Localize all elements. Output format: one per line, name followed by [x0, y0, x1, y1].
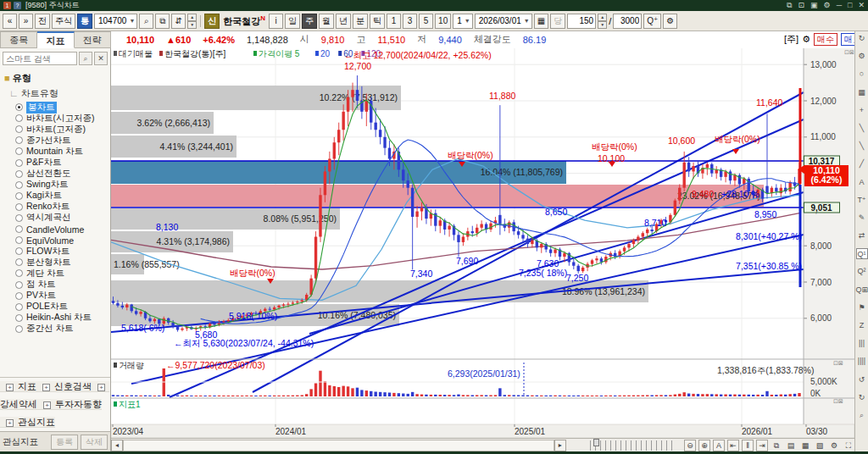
chart-type-14[interactable]: 분산형차트 [15, 257, 110, 268]
toolbar-button-주식[interactable]: 주식 [52, 14, 75, 29]
title-bar[interactable]: 1 ? [9580] 주식차트 ⧉⊡▣⚙─□✕ [0, 0, 868, 11]
toolbar-button-«[interactable]: « [3, 14, 17, 29]
help-icon[interactable]: ? [14, 2, 21, 9]
chart-type-3[interactable]: 종가선차트 [15, 135, 110, 146]
bottom-icon-7[interactable]: ▤ [785, 440, 797, 451]
tool-icon-19[interactable]: ↺ [856, 374, 868, 385]
accordion-지표[interactable]: +지표 [0, 381, 36, 392]
scroll-right-button[interactable]: ▸ [554, 440, 566, 451]
zoom-slider-knob[interactable] [593, 439, 599, 446]
toolbar-button-1[interactable]: 1 [387, 14, 401, 29]
tool-icon-12[interactable]: Q¹ [856, 248, 868, 259]
toolbar-button-⌕[interactable]: ⌕ [139, 14, 153, 29]
bottom-icon-10[interactable]: ⚙ [828, 440, 840, 451]
period-badge[interactable]: [주] [784, 33, 798, 46]
toolbar-button-년[interactable]: 년 [336, 14, 351, 29]
bottom-icon-3[interactable]: ⇤ [727, 440, 739, 451]
bottom-icon-8[interactable]: ▦ [799, 440, 811, 451]
window-control-4[interactable]: ─ [837, 1, 842, 10]
accordion-신호검색[interactable]: +신호검색 [36, 381, 92, 392]
bottom-icon-6[interactable]: ⧉ [771, 440, 782, 451]
accordion-투자자동향[interactable]: +투자자동향 [37, 399, 102, 410]
window-control-2[interactable]: ▣ [810, 1, 818, 10]
toolbar-button-⧉[interactable]: ⧉ [155, 14, 170, 29]
toolbar-button-i[interactable]: i [269, 14, 283, 29]
window-control-3[interactable]: ⚙ [824, 1, 831, 10]
bottom-icon-11[interactable]: ⛶ [843, 440, 854, 451]
tool-icon-10[interactable]: ✎ [856, 213, 868, 224]
horizontal-scrollbar[interactable] [123, 440, 554, 451]
toolbar-button-주[interactable]: 주 [302, 14, 317, 29]
window-control-1[interactable]: ⊡ [798, 1, 804, 10]
tab-지표[interactable]: 지표 [37, 31, 74, 48]
window-control-5[interactable]: □ [848, 1, 852, 10]
tool-icon-6[interactable]: ╲ [856, 141, 868, 152]
chart-type-13[interactable]: FLOW차트 [15, 246, 110, 257]
chart-type-17[interactable]: PV차트 [15, 291, 110, 302]
tool-icon-5[interactable]: ╲ [856, 123, 868, 134]
toolbar-button-Q⁺[interactable]: Q⁺ [643, 14, 661, 29]
toolbar-button-⇵[interactable]: ⇵ [171, 14, 186, 29]
accordion-관심지표[interactable]: +관심지표 [0, 417, 55, 428]
chart-type-6[interactable]: 삼선전환도 [15, 169, 110, 180]
toolbar-input[interactable] [613, 14, 642, 29]
stepper[interactable]: ▲▼ [187, 14, 197, 29]
bottom-icon-2[interactable]: A [713, 440, 725, 451]
toolbar-button-⚙[interactable]: ⚙ [663, 14, 677, 29]
tool-icon-18[interactable]: |||| [856, 356, 868, 367]
chart-type-19[interactable]: Heikin-Ashi 차트 [15, 313, 110, 324]
toolbar-button-당[interactable]: 당 [550, 14, 565, 29]
window-control-6[interactable]: ✕ [858, 1, 865, 10]
tool-icon-3[interactable]: ▦ [856, 87, 868, 98]
toolbar-button-10[interactable]: 10 [435, 14, 451, 29]
toolbar-button-3[interactable]: 3 [403, 14, 417, 29]
toolbar-button-»[interactable]: » [19, 14, 33, 29]
tool-icon-9[interactable]: T⁺ [856, 195, 868, 206]
tool-icon-20[interactable]: ↻ [856, 392, 868, 403]
chart-panel[interactable]: 10.22% (7,531,912)3.62% (2,666,413)4.41%… [111, 48, 854, 438]
tool-icon-2[interactable]: ○ [856, 69, 868, 80]
tab-종목[interactable]: 종목 [0, 31, 37, 48]
tool-icon-16[interactable]: Z [856, 320, 868, 331]
chart-type-8[interactable]: Kagi차트 [15, 191, 110, 202]
stepper[interactable]: ▲▼ [598, 14, 607, 29]
chart-type-11[interactable]: CandleVolume [15, 224, 110, 235]
toolbar-button-일[interactable]: 일 [285, 14, 300, 29]
toolbar-button-5[interactable]: 5 [419, 14, 433, 29]
zoom-slider[interactable] [590, 440, 676, 451]
toolbar-combo-104700[interactable]: 104700▼ [94, 14, 137, 29]
chart-type-5[interactable]: P&F차트 [15, 157, 110, 168]
chart-type-18[interactable]: POLE차트 [15, 302, 110, 313]
search-icon[interactable]: ⌕ [79, 52, 92, 65]
toolbar-button-틱[interactable]: 틱 [370, 14, 385, 29]
toolbar-button-분[interactable]: 분 [353, 14, 368, 29]
tree-root[interactable]: ■유형 [4, 72, 110, 85]
scroll-left-button[interactable]: ◂ [111, 440, 123, 451]
toolbar-button-통[interactable]: 통 [77, 14, 92, 29]
tool-icon-1[interactable]: ⚙ [856, 51, 868, 62]
tool-icon-17[interactable]: ||| [856, 338, 868, 349]
chart-type-4[interactable]: Mountain 차트 [15, 146, 110, 157]
tool-icon-8[interactable]: A [856, 177, 868, 188]
tool-icon-14[interactable]: Q⊞ [856, 285, 868, 296]
toolbar-button-전[interactable]: 전 [35, 14, 50, 29]
bottom-icon-0[interactable]: ⊖ [684, 440, 696, 451]
tool-icon-15[interactable]: ⚑ [856, 302, 868, 313]
tool-icon-7[interactable]: ╱ [856, 158, 868, 169]
chart-type-20[interactable]: 중간선 차트 [15, 324, 110, 335]
toolbar-combo-1[interactable]: 1▼ [453, 14, 473, 29]
tool-icon-4[interactable]: + [856, 105, 868, 116]
chart-type-16[interactable]: 점 차트 [15, 280, 110, 291]
toolbar-button-신[interactable]: 신 [204, 14, 220, 29]
chart-type-15[interactable]: 계단 차트 [15, 268, 110, 279]
search-input[interactable] [3, 52, 77, 65]
price-volume-chart[interactable]: 10.22% (7,531,912)3.62% (2,666,413)4.41%… [111, 48, 854, 439]
toolbar-combo-2026/03/01[interactable]: 2026/03/01▼ [475, 14, 532, 29]
toolbar-input[interactable] [567, 14, 596, 29]
window-control-0[interactable]: ⧉ [787, 1, 792, 10]
chart-type-12[interactable]: EquiVolume [15, 235, 110, 246]
toolbar-button-▦[interactable]: ▦ [534, 14, 548, 29]
toolbar-button-월[interactable]: 월 [319, 14, 334, 29]
register-button[interactable]: 등록 [51, 435, 78, 450]
buy-button[interactable]: 매수 [814, 33, 837, 46]
